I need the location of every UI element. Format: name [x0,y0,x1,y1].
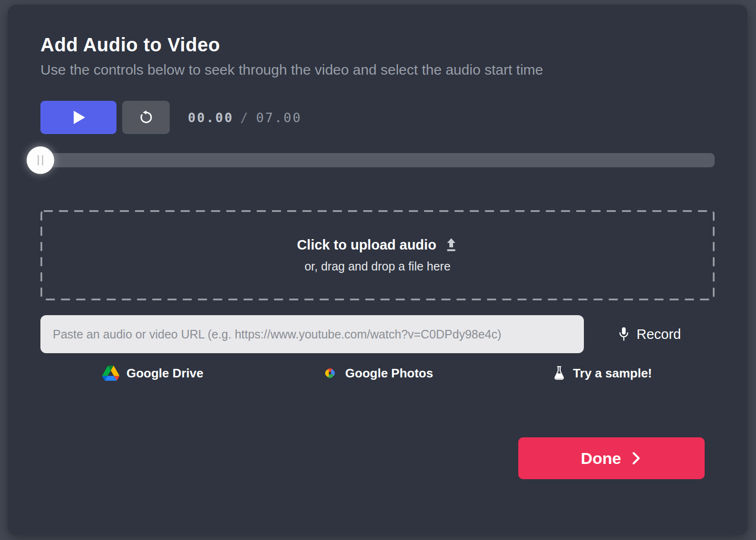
restart-icon [138,109,154,125]
seek-slider-handle[interactable] [27,146,54,174]
record-label: Record [637,327,681,342]
chevron-right-icon [630,451,642,465]
google-photos-label: Google Photos [345,366,433,381]
done-label: Done [581,449,621,468]
google-drive-button[interactable]: Google Drive [102,365,204,381]
restart-button[interactable] [122,101,170,134]
total-time: 07.00 [256,110,302,125]
record-button[interactable]: Record [618,326,681,342]
done-button[interactable]: Done [518,437,705,479]
seek-slider-track[interactable] [40,153,715,167]
time-separator: / [240,110,249,125]
add-audio-dialog: Add Audio to Video Use the controls belo… [8,5,747,535]
page-subtitle: Use the controls below to seek through t… [40,59,573,80]
try-sample-label: Try a sample! [573,366,652,381]
play-button[interactable] [40,101,116,134]
google-drive-label: Google Drive [126,366,204,381]
play-icon [74,111,85,124]
page-title: Add Audio to Video [40,34,715,56]
sources-row: Google Drive Google Photos [40,365,715,381]
google-photos-button[interactable]: Google Photos [322,365,433,381]
flask-icon [552,366,566,381]
upload-dropzone[interactable]: Click to upload audio or, drag and drop … [40,210,715,300]
google-drive-icon [102,366,119,381]
microphone-icon [618,326,630,342]
url-input[interactable] [40,315,584,353]
record-zone: Record [584,326,715,342]
try-sample-button[interactable]: Try a sample! [552,365,652,381]
handle-grip-icon [42,155,43,165]
google-photos-icon [322,365,338,381]
seek-slider[interactable] [40,146,715,174]
source-col-photos: Google Photos [265,365,490,381]
source-col-drive: Google Drive [40,365,265,381]
time-display: 00.00 / 07.00 [188,110,302,125]
url-row: Record [40,315,715,353]
player-controls: 00.00 / 07.00 [40,101,715,134]
source-col-sample: Try a sample! [490,365,715,381]
current-time: 00.00 [188,110,233,125]
done-row: Done [40,437,715,479]
handle-grip-icon [38,155,39,165]
dashed-border [40,210,715,300]
